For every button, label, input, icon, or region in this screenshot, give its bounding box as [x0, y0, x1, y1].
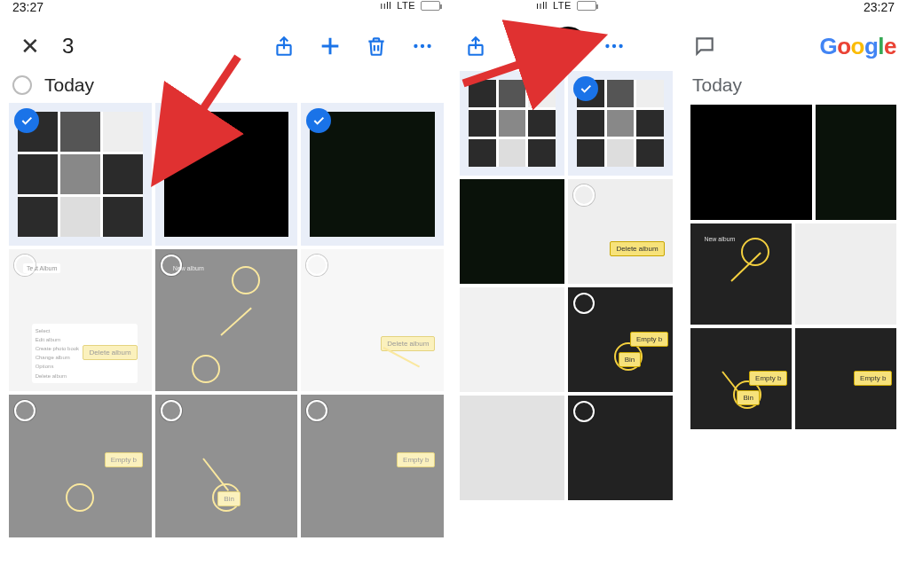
photo-thumb[interactable]: Test Album SelectEdit album Create photo… — [9, 249, 152, 392]
photo-thumb[interactable] — [301, 103, 444, 246]
status-time: 23:27 — [864, 0, 895, 14]
battery-icon — [421, 1, 440, 11]
photo-thumb[interactable] — [9, 103, 152, 246]
photo-thumb[interactable]: Empty b Bin — [568, 287, 673, 392]
screen-library: 23:27 Google Today New album — [680, 0, 907, 588]
status-bar: ııll LTE — [453, 0, 680, 21]
status-bar: 23:27 ııll LTE — [0, 0, 453, 21]
status-right: ııll LTE — [380, 0, 440, 11]
chat-icon — [693, 35, 716, 58]
photo-thumb[interactable]: Delete album — [301, 249, 444, 392]
overflow-button[interactable] — [403, 27, 442, 66]
plus-icon — [318, 34, 343, 59]
section-label: Today — [44, 74, 94, 96]
selection-count: 3 — [62, 34, 74, 59]
select-ring[interactable] — [306, 400, 327, 421]
close-icon: ✕ — [20, 33, 40, 60]
check-icon — [14, 108, 39, 133]
select-ring[interactable] — [161, 400, 182, 421]
status-bar: 23:27 — [680, 0, 907, 21]
svg-point-3 — [427, 44, 430, 48]
photo-grid: Delete album Empty b Bin — [453, 71, 680, 500]
select-ring[interactable] — [161, 255, 182, 276]
photo-thumb[interactable]: Empty b — [9, 395, 152, 537]
photo-thumb[interactable]: Delete album — [568, 179, 673, 284]
delete-button[interactable] — [357, 27, 396, 66]
photo-row — [680, 105, 907, 220]
photo-grid: New album Empty b Bin Empty b — [680, 220, 907, 429]
share-button[interactable] — [264, 27, 304, 66]
add-button[interactable] — [311, 27, 350, 66]
photo-thumb[interactable]: Bin — [155, 395, 298, 537]
svg-line-9 — [463, 50, 563, 83]
select-all-toggle[interactable] — [12, 75, 32, 95]
sharing-button[interactable] — [685, 27, 724, 66]
photo-thumb[interactable]: New album — [155, 249, 298, 392]
photo-thumb[interactable] — [568, 71, 673, 176]
select-ring[interactable] — [14, 255, 35, 276]
select-ring[interactable] — [573, 401, 595, 422]
svg-line-8 — [177, 57, 238, 147]
section-label: Today — [680, 71, 907, 105]
close-button[interactable]: ✕ — [11, 27, 50, 66]
svg-point-6 — [612, 44, 616, 48]
photo-grid: Test Album SelectEdit album Create photo… — [0, 103, 453, 537]
more-icon — [411, 35, 434, 58]
svg-point-2 — [421, 44, 424, 48]
svg-point-1 — [414, 44, 417, 48]
status-time: 23:27 — [12, 0, 43, 14]
app-header: Google — [680, 21, 907, 71]
annotation-arrow — [160, 50, 257, 165]
select-ring[interactable] — [573, 184, 595, 206]
share-icon — [272, 35, 296, 58]
select-ring[interactable] — [14, 400, 35, 421]
photo-thumb[interactable] — [460, 287, 564, 392]
photo-thumb[interactable]: New album — [690, 223, 792, 325]
photo-thumb[interactable] — [460, 179, 564, 284]
select-ring[interactable] — [573, 293, 595, 314]
annotation-arrow — [458, 30, 582, 101]
google-logo: Google — [819, 33, 896, 60]
photo-thumb[interactable]: Empty b — [301, 395, 444, 537]
photo-thumb[interactable] — [795, 223, 896, 325]
battery-icon — [577, 1, 596, 11]
context-menu-thumb: SelectEdit album Create photo bookChange… — [32, 324, 138, 383]
select-ring[interactable] — [306, 255, 327, 276]
photo-thumb[interactable] — [568, 396, 673, 500]
photo-thumb[interactable]: Empty b Bin — [690, 328, 792, 429]
trash-icon — [365, 35, 388, 58]
svg-point-7 — [619, 44, 622, 48]
overflow-button[interactable] — [595, 27, 634, 66]
svg-point-5 — [605, 44, 609, 48]
photo-thumb[interactable]: Empty b — [795, 328, 896, 429]
photo-thumb[interactable] — [460, 396, 564, 500]
photo-thumb[interactable] — [690, 105, 812, 220]
more-icon — [603, 35, 626, 58]
photo-thumb[interactable] — [816, 105, 896, 220]
